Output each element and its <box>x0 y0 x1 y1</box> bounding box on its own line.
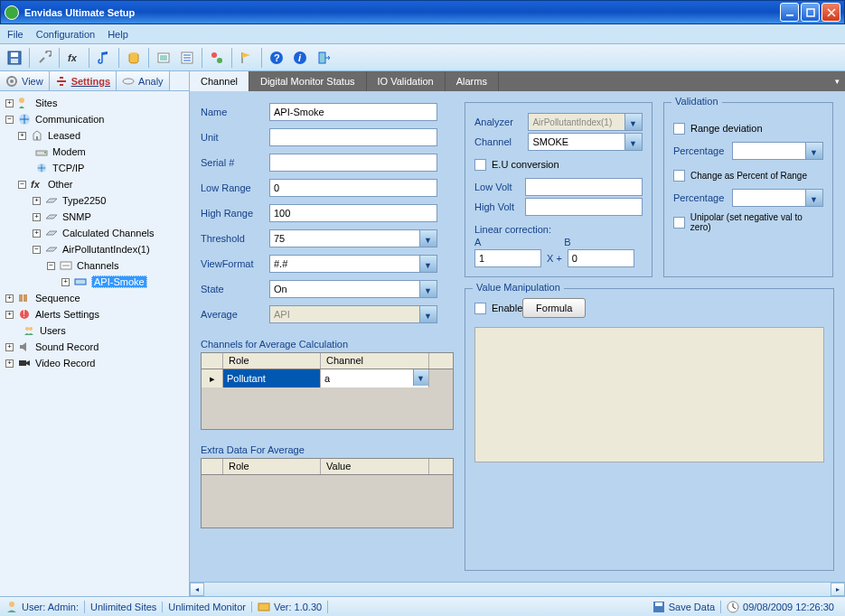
lowvolt-label: Low Volt <box>474 182 520 192</box>
unipolar-checkbox[interactable] <box>673 217 685 229</box>
expand-icon[interactable]: + <box>33 213 41 221</box>
tree-communication[interactable]: Communication <box>35 114 104 125</box>
average-select[interactable]: API▼ <box>269 305 437 323</box>
expand-icon[interactable]: + <box>18 132 26 140</box>
svg-text:fx: fx <box>31 179 41 190</box>
unit-input[interactable] <box>269 128 437 146</box>
chevron-down-icon: ▼ <box>417 374 425 383</box>
tab-alarms[interactable]: Alarms <box>446 71 499 91</box>
analyzer-select[interactable]: AirPollutantIndex(1)▼ <box>528 113 643 131</box>
unipolar-label: Unipolar (set negative val to zero) <box>690 212 823 232</box>
highvolt-label: High Volt <box>474 201 520 212</box>
collapse-icon[interactable]: − <box>33 246 41 254</box>
tree-calc-channels[interactable]: Calculated Channels <box>62 228 155 238</box>
collapse-icon[interactable]: − <box>18 181 26 189</box>
tree-users[interactable]: Users <box>40 325 66 336</box>
expand-icon[interactable]: + <box>5 343 14 351</box>
exit-icon[interactable] <box>313 47 334 69</box>
enable-checkbox[interactable] <box>474 303 486 314</box>
tree-api-smoke[interactable]: API-Smoke <box>91 275 147 288</box>
tab-digital-monitor-status[interactable]: Digital Monitor Status <box>249 71 367 91</box>
low-range-input[interactable] <box>269 179 437 197</box>
help-icon[interactable]: ? <box>266 47 287 69</box>
percentage2-select[interactable]: ▼ <box>732 189 823 207</box>
tree-type2250[interactable]: Type2250 <box>62 195 106 206</box>
percentage-select[interactable]: ▼ <box>732 142 823 160</box>
db-icon[interactable] <box>123 47 145 69</box>
collapse-icon[interactable]: − <box>5 116 14 124</box>
expand-icon[interactable]: + <box>5 99 14 107</box>
tree-leased[interactable]: Leased <box>48 130 80 141</box>
menu-configuration[interactable]: Configuration <box>36 29 95 40</box>
close-button[interactable] <box>822 3 840 22</box>
eu-conversion-checkbox[interactable] <box>474 159 486 171</box>
threshold-label: Threshold <box>201 233 264 244</box>
avg-row-channel[interactable]: a▼ <box>321 369 429 387</box>
highvolt-input[interactable] <box>525 198 643 216</box>
channel-select[interactable]: SMOKE▼ <box>528 133 643 151</box>
tree-video[interactable]: Video Record <box>35 358 95 369</box>
avg-row-role[interactable]: Pollutant <box>223 369 321 387</box>
save-icon[interactable] <box>4 47 25 69</box>
tree-snmp[interactable]: SNMP <box>62 211 91 222</box>
list-icon[interactable] <box>176 47 198 69</box>
tree-sound[interactable]: Sound Record <box>35 341 99 352</box>
video-icon <box>17 357 32 369</box>
tree-view[interactable]: +Sites −Communication +Leased Modem TCP/… <box>0 91 189 596</box>
expand-icon[interactable]: + <box>5 311 14 319</box>
b-input[interactable] <box>568 249 634 267</box>
menu-help[interactable]: Help <box>108 29 128 40</box>
side-tab-settings-label: Settings <box>71 76 110 87</box>
range-deviation-checkbox[interactable] <box>673 123 685 135</box>
state-select[interactable]: On▼ <box>269 280 437 298</box>
lowvolt-input[interactable] <box>525 178 643 196</box>
user-icon <box>5 601 18 613</box>
tree-sites[interactable]: Sites <box>35 98 57 108</box>
maximize-button[interactable] <box>801 3 820 22</box>
tree-api[interactable]: AirPollutantIndex(1) <box>62 244 150 255</box>
tree-other[interactable]: Other <box>48 179 73 190</box>
tree-tcpip[interactable]: TCP/IP <box>52 163 84 173</box>
serial-input[interactable] <box>269 154 437 172</box>
tree-modem[interactable]: Modem <box>52 146 86 157</box>
horizontal-scrollbar[interactable]: ◂ ▸ <box>190 582 845 596</box>
change-percent-checkbox[interactable] <box>673 170 685 182</box>
extra-grid[interactable]: Role Value <box>201 458 454 528</box>
expand-icon[interactable]: + <box>5 359 14 368</box>
fx-icon[interactable]: fx <box>63 47 85 69</box>
formula-textarea[interactable] <box>474 327 824 462</box>
menu-file[interactable]: File <box>7 29 23 40</box>
tab-io-validation[interactable]: IO Validation <box>367 71 446 91</box>
expand-icon[interactable]: + <box>5 294 14 303</box>
minimize-button[interactable] <box>780 3 799 22</box>
side-tab-analy[interactable]: Analy <box>117 71 170 90</box>
note-icon[interactable] <box>93 47 115 69</box>
side-tab-settings[interactable]: Settings <box>50 71 117 90</box>
scroll-left-icon[interactable]: ◂ <box>190 583 204 596</box>
expand-icon[interactable]: + <box>33 229 41 238</box>
threshold-select[interactable]: 75▼ <box>269 229 437 247</box>
viewformat-select[interactable]: #.#▼ <box>269 255 437 273</box>
info-icon[interactable]: i <box>289 47 311 69</box>
name-input[interactable] <box>269 103 437 121</box>
scroll-right-icon[interactable]: ▸ <box>831 583 845 596</box>
high-range-input[interactable] <box>269 204 437 222</box>
status-save[interactable]: Save Data <box>669 602 715 612</box>
tree-sequence[interactable]: Sequence <box>35 293 80 303</box>
report-icon[interactable] <box>153 47 174 69</box>
expand-icon[interactable]: + <box>61 278 70 286</box>
tree-channels[interactable]: Channels <box>77 260 118 271</box>
link-icon[interactable] <box>206 47 228 69</box>
tab-channel[interactable]: Channel <box>190 71 249 91</box>
collapse-icon[interactable]: − <box>47 262 55 270</box>
expand-icon[interactable]: + <box>33 197 41 205</box>
tabs-overflow-icon[interactable]: ▾ <box>835 77 845 86</box>
tree-alerts[interactable]: Alerts Settings <box>35 309 99 320</box>
tools-icon[interactable] <box>33 47 55 69</box>
side-tab-view[interactable]: View <box>0 71 50 90</box>
a-input[interactable] <box>474 249 541 267</box>
flag-icon[interactable] <box>236 47 258 69</box>
status-monitor: Unlimited Monitor <box>168 602 246 612</box>
avg-grid[interactable]: Role Channel ▸ Pollutant a▼ <box>201 352 454 430</box>
formula-button[interactable]: Formula <box>522 298 586 318</box>
